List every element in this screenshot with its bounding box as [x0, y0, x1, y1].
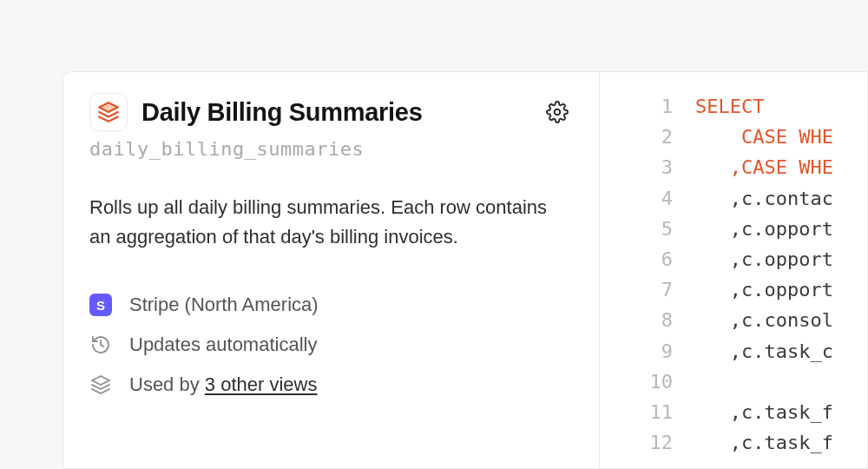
- svg-marker-2: [92, 376, 109, 385]
- details-pane: Daily Billing Summaries daily_billing_su…: [63, 72, 600, 468]
- line-number: 12: [600, 427, 673, 458]
- code-line: CASE WHE: [695, 122, 867, 152]
- code-line: ,c.opport: [695, 214, 867, 244]
- code-line: ,c.opport: [695, 244, 867, 274]
- code-line: ,c.task_f: [695, 427, 867, 458]
- dataset-card: Daily Billing Summaries daily_billing_su…: [62, 71, 868, 469]
- dataset-slug: daily_billing_summaries: [89, 138, 573, 160]
- dataset-icon: [89, 93, 128, 131]
- meta-updates: Updates automatically: [89, 334, 573, 356]
- svg-point-1: [555, 109, 561, 116]
- usage-link[interactable]: 3 other views: [205, 373, 318, 395]
- gear-icon: [546, 101, 569, 123]
- code-line: [695, 367, 867, 397]
- code-line: ,CASE WHE: [695, 152, 867, 182]
- history-icon: [89, 334, 112, 356]
- line-number: 7: [600, 274, 673, 305]
- line-number: 3: [600, 152, 673, 182]
- layers-icon: [89, 373, 112, 396]
- code-lines: SELECT CASE WHE ,CASE WHE ,c.contac ,c.o…: [695, 91, 867, 468]
- settings-button[interactable]: [542, 96, 573, 128]
- usage-text: Used by 3 other views: [129, 373, 317, 396]
- line-number: 5: [600, 214, 673, 244]
- meta-usage: Used by 3 other views: [89, 373, 573, 396]
- meta-source: S Stripe (North America): [89, 294, 573, 316]
- code-line: ,c.task_f: [695, 397, 867, 427]
- line-number: 8: [600, 305, 673, 335]
- title-block: Daily Billing Summaries: [89, 93, 423, 131]
- stripe-badge-letter: S: [96, 298, 105, 313]
- line-gutter: 123456789101112: [600, 91, 695, 468]
- code-line: ,c.contac: [695, 183, 867, 214]
- header-row: Daily Billing Summaries: [89, 93, 573, 131]
- code-line: ,c.consol: [695, 305, 867, 335]
- line-number: 9: [600, 336, 673, 367]
- svg-marker-0: [99, 102, 118, 112]
- dataset-description: Rolls up all daily billing summaries. Ea…: [89, 193, 558, 252]
- line-number: 2: [600, 122, 673, 152]
- code-line: SELECT: [695, 91, 867, 122]
- line-number: 10: [600, 367, 673, 397]
- line-number: 4: [600, 183, 673, 214]
- meta-list: S Stripe (North America) Updates automat…: [89, 294, 573, 396]
- code-line: ,c.task_c: [695, 336, 867, 367]
- line-number: 6: [600, 244, 673, 274]
- usage-prefix: Used by: [129, 373, 205, 395]
- source-label: Stripe (North America): [129, 294, 319, 316]
- code-line: ,c.opport: [695, 274, 867, 305]
- stripe-icon: S: [89, 294, 112, 316]
- dataset-title: Daily Billing Summaries: [141, 98, 423, 127]
- code-editor[interactable]: 123456789101112 SELECT CASE WHE ,CASE WH…: [600, 72, 867, 468]
- line-number: 11: [600, 397, 673, 427]
- updates-label: Updates automatically: [129, 334, 317, 356]
- line-number: 1: [600, 91, 673, 122]
